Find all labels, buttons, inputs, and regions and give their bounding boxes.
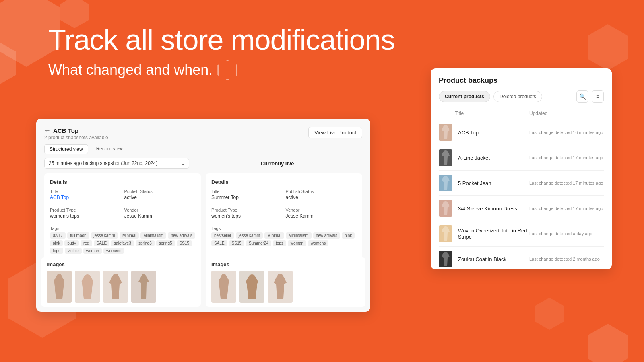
vendor-value: Jesse Kamm (124, 213, 196, 219)
tag-item: new arrivals (313, 232, 340, 239)
snapshot-dropdown[interactable]: 25 minutes ago backup snapshot (Jun 22nd… (44, 158, 189, 169)
product-name: A-Line Jacket (455, 155, 529, 161)
images-row-right (211, 271, 360, 303)
type-label: Product Type (50, 208, 121, 212)
back-section: ← ACB Top 2 product snapshots available (44, 127, 108, 140)
live-publish-group: Publish Status active (286, 189, 357, 200)
images-title-right: Images (211, 261, 360, 267)
tag-item: woman (288, 240, 306, 246)
image-thumb-2 (75, 271, 100, 303)
publish-label: Publish Status (124, 189, 196, 194)
table-row[interactable]: ACB Top Last change detected 16 minutes … (439, 120, 604, 145)
tag-item: salefave3 (111, 240, 134, 246)
table-row[interactable]: Woven Oversized Tote in Red Stripe Last … (439, 221, 604, 247)
image-thumb-r3 (268, 271, 293, 303)
title-label: Title (50, 189, 121, 194)
tag-item: SALE (211, 240, 227, 246)
live-column: Details Title Summer Top Publish Status … (206, 173, 362, 263)
live-vendor-label: Vendor (286, 208, 357, 212)
type-vendor-row: Product Type women's tops Vendor Jesse K… (50, 208, 195, 223)
subtitle-row: What changed and when. (48, 60, 395, 80)
table-row[interactable]: 3/4 Sleeve Kimono Dress Last change dete… (439, 196, 604, 221)
product-updated: Last change detected 16 minutes ago (529, 130, 604, 135)
tag-item: womens (103, 248, 124, 254)
view-live-button[interactable]: View Live Product (308, 127, 362, 138)
product-name: ACB Top (455, 130, 529, 136)
search-icon: 🔍 (579, 93, 586, 100)
backups-title: Product backups (439, 76, 604, 85)
product-updated: Last change detected 17 minutes ago (529, 181, 604, 185)
vendor-group: Vendor Jesse Kamm (124, 208, 196, 219)
image-thumb-1 (47, 271, 72, 303)
table-row[interactable]: 5 Pocket Jean Last change detected 17 mi… (439, 171, 604, 196)
hex-deco-2 (0, 40, 16, 86)
product-updated: Last change detected a day ago (529, 231, 604, 236)
tags-row-left: 02/17full moonjesse kammMinimalMinimalis… (50, 232, 195, 254)
type-value: women's tops (50, 213, 121, 219)
tags-label-left: Tags (50, 226, 195, 231)
panel-header: ← ACB Top 2 product snapshots available … (44, 127, 362, 140)
tab-deleted-products[interactable]: Deleted products (493, 91, 542, 102)
tab-current-products[interactable]: Current products (439, 91, 490, 102)
product-thumbnail (439, 225, 452, 242)
products-table: Title Updated ACB Top Last change detect… (439, 109, 604, 269)
product-name: 3/4 Sleeve Kimono Dress (455, 206, 529, 212)
tab-icons: 🔍 ≡ (576, 90, 604, 103)
tab-structured-view[interactable]: Structured view (44, 144, 88, 154)
images-row-left (47, 271, 195, 303)
header-spacer (439, 111, 455, 116)
vendor-label: Vendor (124, 208, 196, 212)
header-area: Track all store modifications What chang… (48, 24, 395, 80)
live-type-vendor-row: Product Type women's tops Vendor Jesse K… (211, 208, 357, 223)
product-detail-panel: ← ACB Top 2 product snapshots available … (36, 119, 370, 312)
tag-item: Summer24 (246, 240, 271, 246)
tab-record-view[interactable]: Record view (91, 144, 128, 154)
product-thumbnail (439, 149, 452, 166)
tag-item: Minimalism (140, 232, 166, 239)
hex-deco-4 (588, 24, 628, 70)
live-title-row: Title Summer Top Publish Status active (211, 189, 357, 204)
product-thumbnail (439, 251, 452, 267)
product-updated: Last change detected 2 months ago (529, 257, 604, 261)
tag-item: pink (342, 232, 355, 239)
live-title-value: Summer Top (211, 195, 283, 200)
snapshot-selector: 25 minutes ago backup snapshot (Jun 22nd… (44, 158, 362, 169)
tags-group-left: Tags 02/17full moonjesse kammMinimalMini… (50, 226, 195, 254)
filter-icon-btn[interactable]: ≡ (592, 90, 604, 103)
live-section-title: Details (211, 179, 357, 185)
compare-grid: Details Title ACB Top Publish Status act… (44, 173, 362, 263)
tags-group-right: Tags bestsellerjesse kammMinimalMinimali… (211, 226, 357, 246)
live-type-label: Product Type (211, 208, 283, 212)
publish-value: active (124, 195, 196, 200)
tag-item: jesse kamm (91, 232, 118, 239)
product-name: Woven Oversized Tote in Red Stripe (455, 228, 529, 240)
search-icon-btn[interactable]: 🔍 (576, 90, 588, 103)
title-row: Title ACB Top Publish Status active (50, 189, 195, 204)
products-table-body: ACB Top Last change detected 16 minutes … (439, 120, 604, 269)
tag-item: full moon (67, 232, 89, 239)
currently-live-label: Currently live (192, 160, 362, 167)
images-title-left: Images (47, 261, 195, 267)
title-value: ACB Top (50, 195, 121, 200)
table-row[interactable]: A-Line Jacket Last change detected 17 mi… (439, 145, 604, 171)
product-name: Zoulou Coat in Black (455, 256, 529, 262)
product-thumbnail (439, 175, 452, 191)
table-row[interactable]: Zoulou Coat in Black Last change detecte… (439, 247, 604, 269)
tags-row-right: bestsellerjesse kammMinimalMinimalismnew… (211, 232, 357, 246)
image-thumb-r2 (239, 271, 264, 303)
images-section: Images Images (36, 257, 370, 307)
product-updated: Last change detected 17 minutes ago (529, 206, 604, 211)
table-header: Title Updated (439, 109, 604, 118)
live-vendor-value: Jesse Kamm (286, 213, 357, 219)
main-title: Track all store modifications (48, 24, 395, 56)
tag-item: woman (83, 248, 102, 254)
view-tabs: Structured view Record view (44, 144, 362, 154)
tag-item: tops (273, 240, 286, 246)
hex-inline-icon (217, 60, 237, 80)
tag-item: putty (64, 240, 79, 246)
product-name: 5 Pocket Jean (455, 180, 529, 186)
snapshot-column: Details Title ACB Top Publish Status act… (44, 173, 201, 263)
snapshot-count: 2 product snapshots available (44, 135, 108, 140)
tag-item: jesse kamm (236, 232, 263, 239)
back-link[interactable]: ← ACB Top (44, 127, 108, 134)
